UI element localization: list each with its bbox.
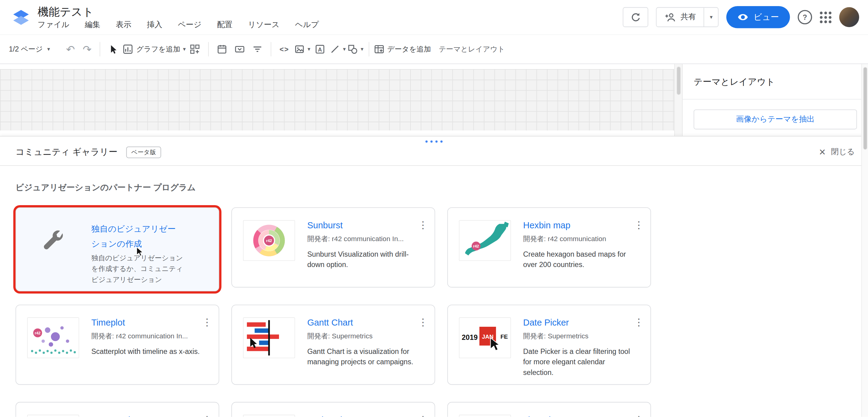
card-title-link[interactable]: Radar Chart [307,415,418,417]
window-scrollbar-thumb[interactable] [863,67,868,150]
chevron-down-icon: ▾ [343,46,346,52]
card-title-link[interactable]: Hexbin map [523,220,634,231]
svg-text:r42: r42 [266,239,272,243]
date-range-control-button[interactable] [213,40,231,59]
card-title-link[interactable]: Gantt Chart [307,317,418,328]
gallery-card-gantt-chart[interactable]: Gantt Chart 開発者: Supermetrics Gantt Char… [231,305,435,385]
card-title-link[interactable]: Super Selector [91,415,202,417]
card-menu-button[interactable]: ⋮ [632,315,646,329]
help-button[interactable]: ? [798,10,812,24]
canvas-grid [0,69,674,131]
card-menu-button[interactable]: ⋮ [200,412,214,417]
gallery-card-line-chart[interactable]: Line Chart ⋮ [447,402,651,417]
text-tool-button[interactable]: A [311,40,329,59]
card-menu-button[interactable]: ⋮ [416,315,430,329]
page-selector[interactable]: 1/2 ページ ▾ [9,44,50,54]
chevron-down-icon: ▾ [308,46,310,52]
share-button[interactable]: 共有 [657,8,704,27]
gallery-card-hexbin-map[interactable]: r42 Hexbin map 開発者: r42 communication Cr… [447,207,651,287]
gallery-cards-grid: 独自のビジュアリゼーションの作成 独自のビジュアリゼーションを作成するか、コミュ… [16,207,852,417]
line-icon [329,44,340,55]
sunburst-thumbnail: r42 [243,220,295,261]
toolbar-divider [271,42,271,57]
card-title-link[interactable]: Timeplot [91,317,202,328]
gallery-card-create-visualization[interactable]: 独自のビジュアリゼーションの作成 独自のビジュアリゼーションを作成するか、コミュ… [16,207,219,291]
menu-page[interactable]: ページ [178,20,202,30]
theme-panel-title: テーマとレイアウト [694,76,857,88]
mouse-cursor-icon [135,247,144,257]
line-chart-thumbnail [459,415,511,417]
data-control-button[interactable] [231,40,248,59]
gallery-card-super-selector[interactable]: Super Selector ⋮ [16,402,219,417]
looker-studio-logo-icon[interactable] [10,6,32,28]
card-menu-button[interactable]: ⋮ [632,218,646,232]
menu-resource[interactable]: リソース [248,20,280,30]
gallery-card-radar-chart[interactable]: Radar Chart ⋮ [231,402,435,417]
filter-icon [252,44,263,55]
menu-bar: ファイル 編集 表示 挿入 ページ 配置 リソース ヘルプ [37,20,319,30]
super-selector-thumbnail [27,415,79,417]
extract-theme-button[interactable]: 画像からテーマを抽出 [694,109,857,129]
menu-help[interactable]: ヘルプ [295,20,319,30]
menu-arrange[interactable]: 配置 [217,20,232,30]
chevron-down-icon: ▾ [47,46,50,52]
looker-studio-window: 機能テスト ファイル 編集 表示 挿入 ページ 配置 リソース ヘルプ [0,0,868,417]
card-description: Scatterplot with timeline as x-axis. [91,347,202,357]
add-data-button[interactable]: データを追加 [374,40,431,59]
calendar-icon [216,44,227,55]
shape-tool-button[interactable]: ▾ [346,40,364,59]
card-developer: 開発者: Supermetrics [307,332,418,341]
image-icon [293,44,305,55]
gallery-card-timeplot[interactable]: r42 Timeplot 開発者: r42 communication In..… [16,305,219,385]
add-chart-button[interactable]: グラフを追加 ▾ [122,40,186,59]
undo-button[interactable]: ↶ [62,43,79,56]
card-menu-button[interactable]: ⋮ [632,412,646,417]
community-visualizations-button[interactable] [186,40,204,59]
panel-drag-handle [426,141,442,143]
card-menu-button[interactable]: ⋮ [200,315,214,329]
card-menu-button[interactable]: ⋮ [416,218,430,232]
line-tool-button[interactable]: ▾ [329,40,346,59]
menu-file[interactable]: ファイル [37,20,69,30]
menu-insert[interactable]: 挿入 [147,20,162,30]
share-dropdown-button[interactable]: ▾ [704,8,718,27]
canvas-strip: テーマとレイアウト 画像からテーマを抽出 [0,64,868,136]
card-title-link[interactable]: Date Picker [523,317,634,328]
card-menu-button[interactable]: ⋮ [416,412,430,417]
view-mode-button[interactable]: ビュー [726,6,790,28]
url-embed-button[interactable]: <> [275,40,293,59]
card-description: Sunburst Visualization with drill-down o… [307,249,418,270]
add-data-icon [374,44,384,55]
filter-control-button[interactable] [248,40,266,59]
canvas-scrollbar[interactable] [674,64,682,136]
gallery-card-date-picker[interactable]: 2019 JAN FE Date Picker 開発者: Supermetric… [447,305,651,385]
add-chart-label: グラフを追加 [136,44,180,54]
window-scrollbar[interactable] [861,64,868,417]
report-canvas[interactable] [0,64,674,136]
gallery-card-sunburst[interactable]: r42 Sunburst 開発者: r42 communication In..… [231,207,435,287]
top-bar: 機能テスト ファイル 編集 表示 挿入 ページ 配置 リソース ヘルプ [0,0,868,34]
redo-button[interactable]: ↷ [79,43,95,56]
refresh-button[interactable] [623,7,648,27]
card-title-link[interactable]: Sunburst [307,220,418,231]
card-developer: 開発者: Supermetrics [523,332,634,341]
image-tool-button[interactable]: ▾ [293,40,311,59]
svg-text:FE: FE [500,334,508,340]
chevron-down-icon: ▾ [710,14,713,20]
theme-layout-toggle[interactable]: テーマとレイアウト [439,40,505,59]
card-description: Gantt Chart is a visualization for manag… [307,347,418,368]
gallery-divider [0,165,868,166]
user-avatar[interactable] [839,7,859,27]
select-tool-button[interactable] [105,40,122,59]
menu-view[interactable]: 表示 [116,20,131,30]
card-developer: 開発者: r42 communication [523,234,634,244]
report-title[interactable]: 機能テスト [37,5,319,18]
google-apps-button[interactable] [820,11,831,23]
toolbar-divider [208,42,209,57]
gallery-close-button[interactable]: × 閉じる [819,147,855,158]
card-title-link[interactable]: Line Chart [523,415,634,417]
menu-edit[interactable]: 編集 [85,20,100,30]
canvas-scrollbar-thumb[interactable] [676,66,681,95]
svg-text:A: A [318,47,322,53]
community-gallery-panel: コミュニティ ギャラリー ベータ版 × 閉じる ビジュアリゼーションのパートナー… [0,136,868,417]
